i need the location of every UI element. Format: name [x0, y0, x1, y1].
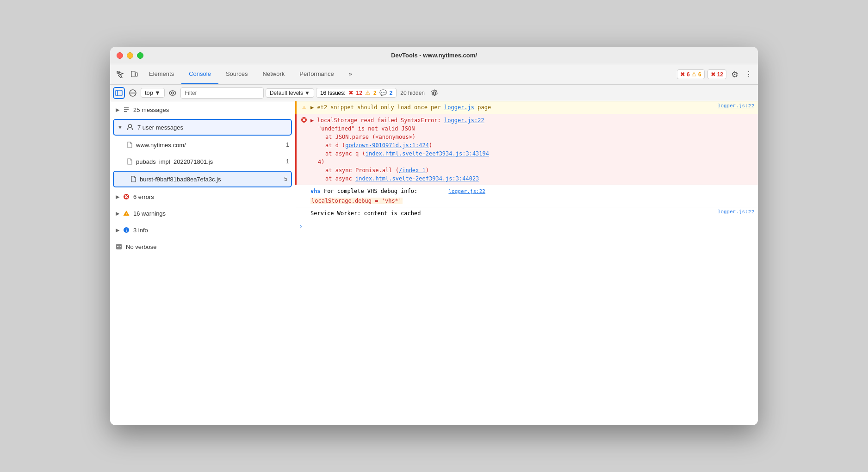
levels-arrow: ▼ — [304, 90, 310, 96]
issues-error-icon2: ✖ — [348, 89, 353, 96]
sidebar-item-verbose[interactable]: No verbose — [110, 238, 295, 255]
file-nytimes-label: www.nytimes.com/ — [136, 142, 186, 149]
sidebar-item-errors[interactable]: ▶ 6 errors — [110, 188, 295, 205]
toolbar-right: ✖ 6 ⚠ 6 ✖ 12 ⚙ ⋮ — [677, 68, 754, 81]
log-entry-error[interactable]: ▶ localStorage read failed SyntaxError: … — [295, 114, 758, 185]
issues-info-count: 2 — [390, 90, 393, 96]
messages-icon — [123, 106, 130, 113]
clear-console-button[interactable] — [127, 87, 139, 99]
error-icon: ✖ — [680, 71, 685, 78]
file-nytimes-count: 1 — [286, 142, 289, 148]
sidebar: ▶ 25 messages ▼ 7 user messages — [110, 101, 295, 425]
error-icon — [123, 193, 130, 200]
console-settings-button[interactable] — [428, 87, 440, 99]
file-icon — [127, 158, 132, 165]
inspect-element-button[interactable] — [114, 68, 127, 81]
svg-rect-3 — [116, 90, 122, 96]
more-button[interactable]: ⋮ — [743, 68, 754, 81]
file-icon — [127, 142, 132, 148]
info-icon: i — [123, 227, 130, 233]
tab-sources[interactable]: Sources — [218, 64, 255, 84]
console-toolbar: top ▼ Default levels ▼ 16 Issues: ✖ 12 ⚠… — [110, 85, 758, 101]
warning-icon: ⚠ — [691, 71, 697, 78]
prompt-arrow: › — [299, 223, 303, 230]
errors-arrow: ▶ — [116, 194, 119, 200]
verbose-icon — [116, 243, 122, 250]
file-burst-label: burst-f9baff81bad8ea7efa3c.js — [140, 176, 221, 183]
issues-error-icon: ✖ — [711, 71, 716, 78]
context-label: top — [145, 89, 153, 96]
log-warning-text: ▶ et2 snippet should only load once per … — [310, 103, 715, 112]
messages-label: 25 messages — [133, 106, 169, 113]
tab-bar: Elements Console Sources Network Perform… — [142, 64, 676, 84]
svg-point-8 — [171, 92, 174, 94]
log-entry-vhs[interactable]: vhs For complete VHS debug info: logger.… — [295, 185, 758, 207]
log-source-service[interactable]: logger.js:22 — [718, 209, 754, 215]
user-icon — [126, 124, 134, 131]
traffic-lights — [117, 52, 143, 59]
main-content: ▶ 25 messages ▼ 7 user messages — [110, 101, 758, 425]
sidebar-item-user-messages[interactable]: ▼ 7 user messages — [113, 119, 292, 136]
issues-error-count: 12 — [356, 90, 362, 96]
file-pubads-label: pubads_impl_2022071801.js — [136, 158, 213, 165]
warning-count: 6 — [698, 71, 701, 78]
svg-text:i: i — [126, 228, 127, 233]
warnings-arrow: ▶ — [116, 211, 119, 217]
issues-counter[interactable]: 16 Issues: ✖ 12 ⚠ 2 💬 2 — [316, 88, 397, 98]
devtools-window: DevTools - www.nytimes.com/ Elements Con… — [110, 47, 758, 425]
sidebar-item-all-messages[interactable]: ▶ 25 messages — [110, 101, 295, 118]
file-burst-count: 5 — [284, 176, 287, 182]
sidebar-file-nytimes[interactable]: www.nytimes.com/ 1 — [110, 137, 295, 153]
devtools-toolbar: Elements Console Sources Network Perform… — [110, 64, 758, 85]
context-selector[interactable]: top ▼ — [141, 88, 165, 98]
log-entry-service[interactable]: Service Worker: content is cached logger… — [295, 207, 758, 220]
log-entry-warning[interactable]: ⚠ ▶ et2 snippet should only load once pe… — [295, 101, 758, 114]
maximize-button[interactable] — [137, 52, 143, 59]
error-count: 6 — [687, 71, 690, 78]
error-warning-badge[interactable]: ✖ 6 ⚠ 6 — [677, 69, 704, 79]
errors-label: 6 errors — [133, 193, 154, 200]
log-service-text: Service Worker: content is cached — [310, 209, 715, 217]
log-source-1[interactable]: logger.js:22 — [718, 103, 754, 109]
device-toolbar-button[interactable] — [128, 68, 141, 81]
tab-elements[interactable]: Elements — [142, 64, 181, 84]
settings-button[interactable]: ⚙ — [729, 68, 740, 81]
svg-point-23 — [120, 246, 121, 247]
title-bar: DevTools - www.nytimes.com/ — [110, 47, 758, 64]
sidebar-item-info[interactable]: ▶ i 3 info — [110, 222, 295, 238]
issues-info-icon: 💬 — [379, 89, 387, 96]
tab-console[interactable]: Console — [181, 64, 218, 84]
issues-warn-count: 2 — [373, 90, 377, 96]
warn-icon: ⚠ — [300, 104, 308, 111]
file-icon — [130, 176, 136, 182]
default-levels-label: Default levels — [270, 90, 303, 96]
user-messages-label: 7 user messages — [137, 124, 183, 131]
filter-input[interactable] — [180, 87, 264, 99]
sidebar-file-burst[interactable]: burst-f9baff81bad8ea7efa3c.js 5 — [113, 171, 292, 187]
svg-point-22 — [118, 246, 119, 247]
eye-button[interactable] — [167, 87, 179, 99]
file-pubads-count: 1 — [286, 158, 289, 165]
window-title: DevTools - www.nytimes.com/ — [391, 52, 477, 59]
prompt-line[interactable]: › — [295, 220, 758, 233]
tab-network[interactable]: Network — [255, 64, 292, 84]
console-panel: ⚠ ▶ et2 snippet should only load once pe… — [295, 101, 758, 425]
tab-more[interactable]: » — [341, 64, 360, 84]
svg-rect-1 — [131, 71, 135, 77]
log-error-text: ▶ localStorage read failed SyntaxError: … — [310, 116, 754, 183]
default-levels-dropdown[interactable]: Default levels ▼ — [266, 88, 314, 98]
svg-point-9 — [434, 92, 436, 94]
sidebar-file-pubads[interactable]: pubads_impl_2022071801.js 1 — [110, 153, 295, 170]
tab-performance[interactable]: Performance — [292, 64, 341, 84]
sidebar-item-warnings[interactable]: ▶ ! 16 warnings — [110, 205, 295, 222]
error-icon2 — [300, 117, 308, 125]
minimize-button[interactable] — [127, 52, 133, 59]
context-arrow: ▼ — [155, 89, 161, 96]
hidden-count: 20 hidden — [398, 90, 427, 96]
issues-badge[interactable]: ✖ 12 — [707, 69, 726, 79]
warnings-label: 16 warnings — [133, 210, 166, 217]
verbose-label: No verbose — [126, 243, 156, 250]
sidebar-toggle-button[interactable] — [113, 87, 125, 99]
svg-rect-2 — [136, 73, 137, 76]
close-button[interactable] — [117, 52, 123, 59]
